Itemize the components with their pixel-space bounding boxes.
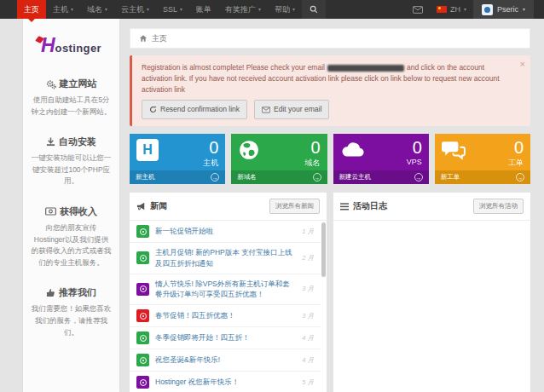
sidebar-section-desc: 我们需要您！如果您喜欢我们的服务，请推荐我们。 [31, 303, 112, 338]
username-label: Pseric [497, 5, 518, 14]
breadcrumb-home-link[interactable]: 主页 [152, 33, 167, 44]
bullhorn-icon [136, 202, 146, 210]
sidebar-section-desc: 使用自助建站工具在5分钟之内创建一个新网站。 [31, 95, 112, 118]
hostinger-logo[interactable]: H ostinger [41, 36, 101, 55]
list-icon [340, 203, 349, 210]
sidebar-section-desc: 一键安装功能可以让您一键安装超过100个PHP应用。 [31, 153, 112, 187]
promo-icon [136, 331, 149, 344]
news-list-item: 主机月促销! 新的PHP版本 支付宝接口上线及四五折折扣通知 2 月 [130, 243, 321, 274]
refresh-icon [149, 106, 157, 113]
chevron-down-icon: ▾ [464, 7, 466, 12]
nav-item-help[interactable]: 帮助 ▾ [268, 0, 302, 19]
vps-count: 0 [407, 139, 422, 156]
nav-item-referrals[interactable]: 有奖推广 ▾ [218, 0, 268, 19]
edit-email-button[interactable]: Edit your email [254, 100, 329, 119]
chevron-down-icon: ▾ [71, 7, 73, 12]
promo-icon [136, 283, 149, 296]
arrow-circle-icon: → [516, 173, 524, 182]
tile-tickets[interactable]: 0 工单 新工单 → [435, 134, 530, 184]
china-flag-icon [437, 6, 447, 13]
alert-text-before: Registration is almost complete! Please … [142, 63, 325, 72]
news-date: 3 月 [302, 285, 314, 293]
activity-log-panel: 活动日志 浏览所有活动 [333, 193, 530, 392]
new-domain-link[interactable]: 新域名 → [231, 170, 327, 184]
promo-icon [136, 354, 149, 366]
chevron-down-icon: ▾ [258, 7, 261, 12]
nav-item-home[interactable]: 主页 [17, 0, 46, 19]
chevron-down-icon: ▾ [523, 7, 525, 12]
user-menu[interactable]: Pseric ▾ [473, 0, 534, 19]
messages-button[interactable] [406, 0, 430, 19]
activity-title: 活动日志 [353, 200, 387, 212]
news-link[interactable]: 主机月促销! 新的PHP版本 支付宝接口上线及四五折折扣通知 [155, 247, 296, 269]
new-vps-link[interactable]: 新建云主机 → [333, 170, 429, 184]
search-button[interactable] [302, 0, 326, 19]
masked-email [327, 65, 404, 72]
news-scrollbar-thumb[interactable] [321, 222, 326, 277]
promo-icon [136, 251, 149, 264]
avatar [482, 4, 493, 15]
chevron-down-icon: ▾ [292, 7, 295, 12]
news-date: 4 月 [302, 356, 314, 365]
news-title: 新闻 [150, 200, 167, 212]
summary-tiles: H 0 主机 新主机 → 0 域名 [130, 134, 530, 184]
install-icon [46, 137, 55, 147]
news-date: 1 月 [302, 228, 314, 236]
language-label: ZH [450, 5, 460, 14]
news-list: 新一轮促销开始啦 1 月 主机月促销! 新的PHP版本 支付宝接口上线及四五折折… [130, 221, 327, 392]
arrow-circle-icon: → [414, 173, 423, 182]
nav-item-cloud[interactable]: 云主机 ▾ [114, 0, 156, 19]
activity-log-body [333, 221, 530, 392]
nav-item-ssl[interactable]: SSL ▾ [156, 0, 189, 19]
resend-confirmation-button[interactable]: Resend confirmation link [142, 100, 247, 119]
hostinger-h-icon: H [136, 139, 159, 161]
browse-all-news-button[interactable]: 浏览所有新闻 [269, 199, 320, 214]
tile-vps[interactable]: 0 VPS 新建云主机 → [333, 134, 429, 184]
tile-hosting[interactable]: H 0 主机 新主机 → [130, 134, 225, 184]
news-list-item: 祝您圣诞&新年快乐! 4 月 [130, 349, 321, 372]
chat-bubbles-icon [442, 139, 466, 161]
tickets-label: 工单 [508, 158, 524, 169]
navbar-right: ZH ▾ Pseric ▾ [406, 0, 534, 19]
nav-item-domains[interactable]: 域名 ▾ [80, 0, 114, 19]
vps-label: VPS [407, 158, 422, 166]
news-panel: 新闻 浏览所有新闻 新一轮促销开始啦 1 月 主机月促销! 新的PHP版本 支付… [130, 193, 327, 392]
news-link[interactable]: 祝您圣诞&新年快乐! [155, 355, 296, 366]
sidebar-section-desc: 向您的朋友宣传Hostinger以及我们提供的获得收入的方式或者我们的专业主机服… [31, 222, 112, 268]
activation-alert: × Registration is almost complete! Pleas… [130, 55, 530, 126]
chevron-down-icon: ▾ [180, 7, 182, 12]
news-list-item: 新一轮促销开始啦 1 月 [130, 221, 321, 243]
cloud-icon [340, 139, 366, 161]
browse-all-activity-button[interactable]: 浏览所有活动 [473, 199, 524, 214]
nav-menu: 主页 主机 ▾ 域名 ▾ 云主机 ▾ SSL ▾ 账单 有奖推广 ▾ 帮助 [17, 0, 302, 19]
news-link[interactable]: 情人节快乐! 除VPS外所有新主机订单和套餐升级订单均可享受四五折优惠！ [155, 279, 296, 301]
news-link[interactable]: Hostinger 祝您新年快乐！ [155, 377, 296, 388]
domains-count: 0 [305, 139, 321, 156]
new-ticket-link[interactable]: 新工单 → [435, 170, 530, 184]
promo-icon [136, 376, 149, 389]
tile-domains[interactable]: 0 域名 新域名 → [231, 134, 327, 184]
nav-item-hosting[interactable]: 主机 ▾ [46, 0, 80, 19]
sidebar-section-earn-income: 获得收入 向您的朋友宣传Hostinger以及我们提供的获得收入的方式或者我们的… [31, 205, 112, 268]
tickets-count: 0 [508, 139, 524, 156]
news-link[interactable]: 冬季促销即将开始！四五折！ [155, 332, 296, 343]
close-icon[interactable]: × [520, 57, 525, 72]
search-icon [310, 5, 318, 14]
globe-icon [238, 139, 260, 161]
news-list-item: 春节促销！四五折优惠！ 3 月 [130, 305, 321, 327]
domains-label: 域名 [305, 158, 321, 169]
language-selector[interactable]: ZH ▾ [430, 0, 473, 19]
news-link[interactable]: 春节促销！四五折优惠！ [155, 310, 296, 321]
envelope-icon [413, 6, 423, 14]
sidebar: H ostinger 建立网站 使用自助建站工具在5分钟之内创建一个新网站。 自… [23, 19, 119, 392]
news-link[interactable]: 新一轮促销开始啦 [155, 226, 296, 237]
chevron-down-icon: ▾ [105, 7, 107, 12]
nav-item-billing[interactable]: 账单 [189, 0, 218, 19]
promo-icon [136, 225, 149, 238]
page-body: H ostinger 建立网站 使用自助建站工具在5分钟之内创建一个新网站。 自… [0, 19, 544, 392]
sidebar-section-build-website: 建立网站 使用自助建站工具在5分钟之内创建一个新网站。 [31, 78, 112, 118]
new-hosting-link[interactable]: 新主机 → [130, 170, 225, 184]
envelope-icon [262, 107, 270, 113]
news-date: 2 月 [302, 254, 314, 262]
news-date: 5 月 [302, 378, 314, 387]
